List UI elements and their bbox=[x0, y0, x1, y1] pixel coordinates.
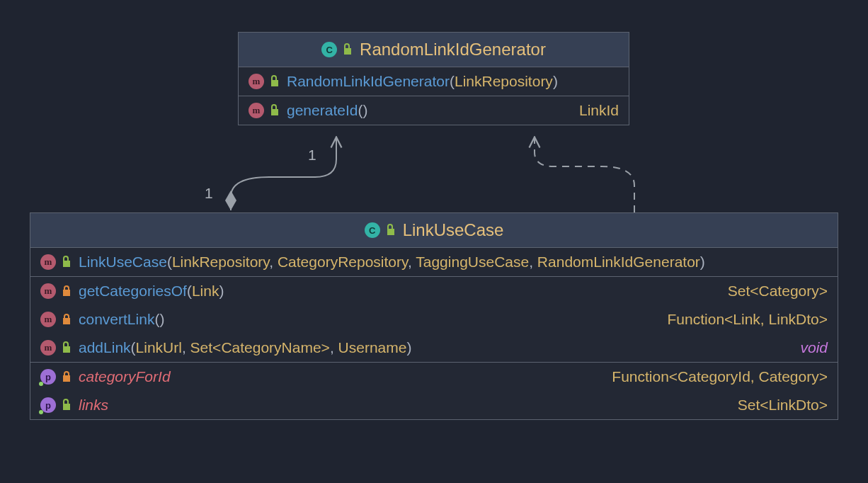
method-icon: m bbox=[249, 103, 264, 118]
return-type: Set<Category> bbox=[728, 283, 828, 300]
method-name: RandomLinkIdGenerator bbox=[287, 73, 450, 89]
public-icon bbox=[386, 224, 396, 237]
param-type: CategoryRepository bbox=[278, 254, 408, 270]
method-icon: m bbox=[40, 283, 56, 299]
property-row: p links Set<LinkDto> bbox=[30, 391, 838, 419]
method-icon: m bbox=[40, 340, 56, 356]
param-type: RandomLinkIdGenerator bbox=[537, 254, 700, 270]
param-type: Username bbox=[338, 339, 407, 356]
param-type: LinkRepository bbox=[455, 73, 553, 89]
return-type-void: void bbox=[800, 339, 828, 356]
property-name: links bbox=[79, 397, 108, 414]
class-icon: C bbox=[321, 42, 337, 57]
param-type: LinkRepository bbox=[172, 254, 269, 270]
method-name: LinkUseCase bbox=[79, 254, 167, 270]
method-name: convertLink bbox=[79, 311, 154, 327]
method-name: generateId bbox=[287, 102, 358, 118]
method-icon: m bbox=[40, 312, 56, 327]
method-row: m convertLink() Function<Link, LinkDto> bbox=[30, 305, 838, 334]
method-name: getCategoriesOf bbox=[79, 283, 187, 299]
method-row: m generateId() LinkId bbox=[239, 96, 629, 125]
property-row: p categoryForId Function<CategoryId, Cat… bbox=[30, 363, 838, 391]
multiplicity-top: 1 bbox=[308, 147, 316, 164]
param-type: Set<CategoryName> bbox=[190, 339, 330, 356]
return-type: Set<LinkDto> bbox=[738, 397, 828, 414]
constructor-row: m LinkUseCase(LinkRepository, CategoryRe… bbox=[30, 248, 838, 276]
class-name: RandomLinkIdGenerator bbox=[360, 40, 546, 59]
property-icon: p bbox=[40, 397, 56, 413]
public-icon bbox=[62, 341, 72, 354]
return-type: LinkId bbox=[579, 102, 619, 119]
method-row: m addLink(LinkUrl, Set<CategoryName>, Us… bbox=[30, 334, 838, 362]
param-type: TaggingUseCase bbox=[416, 254, 529, 270]
public-icon bbox=[62, 399, 72, 411]
method-row: m getCategoriesOf(Link) Set<Category> bbox=[30, 277, 838, 305]
class-name: LinkUseCase bbox=[403, 220, 504, 240]
param-type: LinkUrl bbox=[136, 339, 182, 356]
private-icon bbox=[62, 285, 72, 297]
public-icon bbox=[270, 104, 280, 117]
class-link-use-case: C LinkUseCase m LinkUseCase(LinkReposito… bbox=[30, 212, 838, 420]
private-icon bbox=[62, 313, 72, 326]
multiplicity-bottom: 1 bbox=[205, 185, 213, 202]
class-header: C LinkUseCase bbox=[30, 213, 838, 248]
class-header: C RandomLinkIdGenerator bbox=[239, 33, 629, 67]
return-type: Function<CategoryId, Category> bbox=[612, 368, 828, 385]
private-icon bbox=[62, 370, 72, 383]
public-icon bbox=[62, 256, 72, 268]
method-icon: m bbox=[40, 254, 56, 270]
constructor-row: m RandomLinkIdGenerator(LinkRepository) bbox=[239, 67, 629, 96]
public-icon bbox=[270, 75, 280, 88]
return-type: Function<Link, LinkDto> bbox=[668, 311, 828, 328]
property-name: categoryForId bbox=[79, 368, 171, 385]
method-name: addLink bbox=[79, 339, 131, 356]
method-icon: m bbox=[249, 74, 264, 89]
property-icon: p bbox=[40, 369, 56, 385]
class-icon: C bbox=[365, 222, 380, 238]
class-random-link-id-generator: C RandomLinkIdGenerator m RandomLinkIdGe… bbox=[238, 32, 629, 125]
param-type: Link bbox=[192, 283, 219, 299]
public-icon bbox=[343, 43, 353, 56]
